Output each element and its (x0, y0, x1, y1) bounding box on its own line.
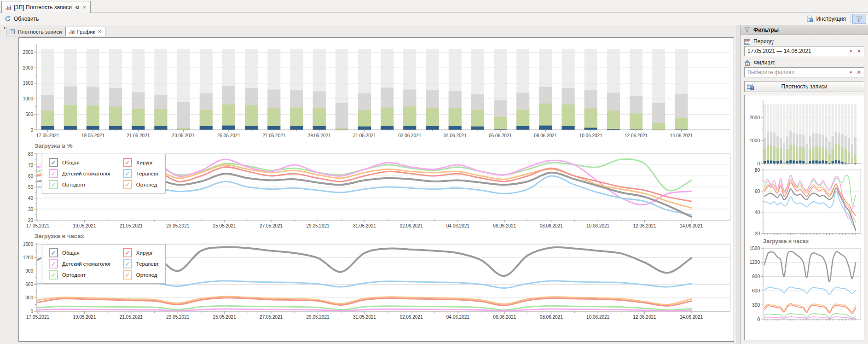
svg-text:31.05.2021: 31.05.2021 (353, 315, 376, 320)
instruction-button[interactable]: ? Инструкция (804, 15, 849, 23)
svg-text:04.06.2021: 04.06.2021 (444, 133, 467, 138)
legend-label: Общая (62, 160, 80, 165)
legend-label: Ортодонт (62, 182, 86, 187)
dropdown-arrow-icon[interactable]: ▼ (846, 70, 856, 75)
mini-hours-title: Загрузка в часах (746, 238, 863, 245)
legend-label: Хирург (136, 160, 153, 165)
document-tabbar: [ЗП] Плотность записи × (0, 0, 868, 13)
percent-chart-title: Загрузка в % (21, 141, 733, 151)
legend-checkbox-icon[interactable]: ✔ (49, 270, 58, 280)
filter-panel: Фильтры Период: 17.05.2021 — 14.06.2021 … (740, 25, 868, 344)
clear-branch-icon[interactable]: ✕ (856, 70, 862, 76)
legend-checkbox-icon[interactable]: ✔ (123, 180, 132, 189)
svg-text:29.05.2021: 29.05.2021 (308, 133, 331, 138)
legend-checkbox-icon[interactable]: ✔ (123, 158, 132, 167)
dropdown-arrow-icon[interactable]: ▼ (846, 49, 856, 53)
density-report-button[interactable]: Σ Плотность записи (744, 81, 864, 92)
legend-item[interactable]: ✔Общая (49, 158, 111, 167)
legend-checkbox-icon[interactable]: ✔ (123, 169, 132, 178)
svg-text:14.06.2021: 14.06.2021 (680, 223, 703, 228)
legend-item[interactable]: ✔Ортопед (123, 180, 159, 189)
branch-input[interactable]: Выберите филиал ▼ ✕ (744, 67, 864, 77)
panel-splitter[interactable] (736, 25, 740, 344)
filter-toggle-button[interactable] (852, 14, 866, 24)
legend-label: Детский стоматолог (62, 261, 111, 267)
close-icon[interactable]: × (82, 5, 87, 10)
svg-text:17.05.2021: 17.05.2021 (26, 223, 49, 228)
svg-text:12.06.2021: 12.06.2021 (633, 315, 656, 320)
svg-text:19.05.2021: 19.05.2021 (73, 223, 96, 228)
density-bar-chart: 0500100015002000250017.05.202119.05.2021… (21, 41, 733, 141)
legend-checkbox-icon[interactable]: ✔ (49, 169, 58, 178)
svg-text:600: 600 (752, 288, 760, 293)
close-tab-icon[interactable]: × (98, 29, 102, 34)
percent-chart-legend: ✔Общая✔Детский стоматолог✔Ортодонт✔Хирур… (42, 154, 166, 193)
legend-item[interactable]: ✔Хирург (123, 158, 159, 167)
legend-item[interactable]: ✔Общая (49, 248, 111, 257)
legend-item[interactable]: ✔Терапевт (123, 169, 159, 178)
legend-checkbox-icon[interactable]: ✔ (49, 180, 58, 189)
legend-checkbox-icon[interactable]: ✔ (49, 158, 58, 167)
legend-checkbox-icon[interactable]: ✔ (49, 259, 58, 268)
legend-checkbox-icon[interactable]: ✔ (123, 248, 132, 257)
legend-item[interactable]: ✔Детский стоматолог (49, 169, 111, 178)
document-tab-title: [ЗП] Плотность записи (14, 4, 72, 11)
svg-text:14.06.2021: 14.06.2021 (680, 315, 703, 320)
legend-item[interactable]: ✔Ортодонт (49, 270, 111, 280)
svg-text:0: 0 (757, 317, 760, 322)
period-value: 17.05.2021 — 14.06.2021 (747, 48, 846, 54)
tab-graph[interactable]: График × (65, 27, 105, 36)
pin-icon[interactable] (75, 5, 80, 10)
legend-checkbox-icon[interactable]: ✔ (123, 270, 132, 280)
instruction-icon: ? (807, 16, 813, 22)
svg-text:10.06.2021: 10.06.2021 (586, 223, 609, 228)
clear-period-icon[interactable]: ✕ (856, 48, 862, 54)
period-label-row: Период: (741, 35, 868, 46)
svg-text:Σ: Σ (751, 87, 753, 90)
branch-label: Филиал: (754, 59, 775, 66)
table-icon (10, 29, 16, 35)
bar-chart-icon (6, 5, 11, 10)
svg-text:23.05.2021: 23.05.2021 (172, 133, 195, 138)
svg-text:14.06.2021: 14.06.2021 (670, 133, 693, 138)
svg-text:06.06.2021: 06.06.2021 (493, 315, 516, 320)
legend-item[interactable]: ✔Детский стоматолог (49, 259, 111, 268)
svg-text:29.05.2021: 29.05.2021 (307, 223, 330, 228)
svg-text:02.06.2021: 02.06.2021 (398, 133, 421, 138)
svg-text:08.06.2021: 08.06.2021 (534, 133, 557, 138)
legend-label: Терапевт (136, 171, 159, 176)
legend-label: Хирург (136, 250, 153, 256)
legend-item[interactable]: ✔Терапевт (123, 259, 159, 268)
main-area: ▾ Плотность записи График × 050010001500 (0, 25, 736, 344)
legend-checkbox-icon[interactable]: ✔ (123, 259, 132, 268)
tab-overflow-icon[interactable]: ▾ (4, 26, 6, 30)
svg-text:30: 30 (28, 207, 34, 212)
svg-text:300: 300 (752, 303, 760, 308)
legend-checkbox-icon[interactable]: ✔ (49, 248, 58, 257)
legend-label: Ортопед (136, 182, 157, 187)
mini-charts-panel: 010002000 20406080 Загрузка в часах 0300… (744, 95, 864, 340)
refresh-button[interactable]: Обновить (1, 15, 42, 23)
legend-item[interactable]: ✔Ортопед (123, 270, 159, 280)
branch-label-row: Филиал: (741, 56, 868, 67)
svg-text:600: 600 (25, 282, 33, 287)
legend-label: Терапевт (136, 261, 159, 267)
legend-item[interactable]: ✔Ортодонт (49, 180, 111, 189)
tab-graph-label: График (77, 29, 95, 35)
svg-text:08.06.2021: 08.06.2021 (540, 223, 563, 228)
legend-label: Ортопед (136, 272, 157, 278)
legend-item[interactable]: ✔Хирург (123, 248, 159, 257)
svg-text:20: 20 (755, 231, 760, 236)
density-button-label: Плотность записи (781, 83, 827, 90)
period-input[interactable]: 17.05.2021 — 14.06.2021 ▼ ✕ (744, 46, 864, 56)
svg-text:02.06.2021: 02.06.2021 (399, 223, 422, 228)
svg-text:04.06.2021: 04.06.2021 (446, 315, 469, 320)
svg-text:500: 500 (25, 112, 33, 117)
svg-text:0: 0 (757, 161, 760, 166)
tab-density-table[interactable]: Плотность записи (6, 27, 66, 36)
svg-text:12.06.2021: 12.06.2021 (625, 133, 648, 138)
svg-text:60: 60 (755, 189, 760, 194)
document-tab[interactable]: [ЗП] Плотность записи × (1, 1, 91, 13)
svg-text:1200: 1200 (23, 255, 34, 260)
tab-density-label: Плотность записи (18, 29, 62, 35)
